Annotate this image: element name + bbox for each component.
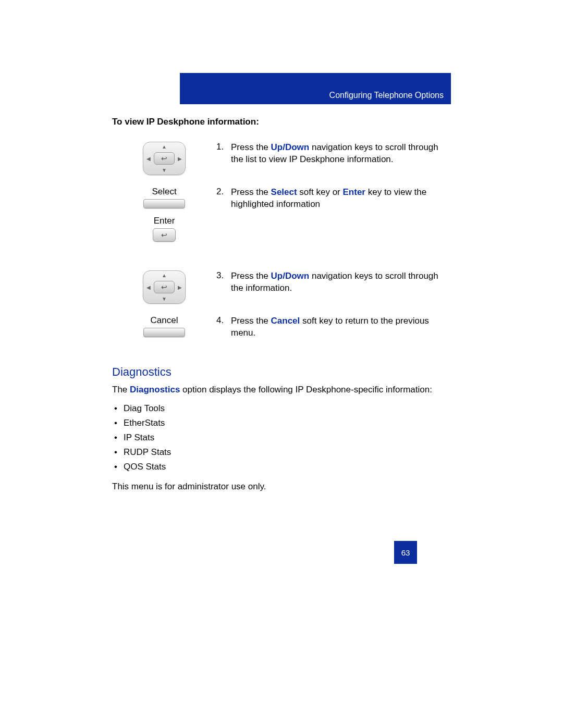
step-3: ▲ ▼ ◀ ▶ ↩ 3. Press the Up/Down navigatio… <box>112 270 451 304</box>
enter-highlight: Enter <box>343 187 365 197</box>
enter-label: Enter <box>112 216 216 226</box>
arrow-down-icon: ▼ <box>162 296 167 302</box>
header-section-label: Configuring Telephone Options <box>329 91 444 100</box>
list-item: EtherStats <box>124 418 451 428</box>
step-1-icon-col: ▲ ▼ ◀ ▶ ↩ <box>112 142 216 175</box>
diagnostics-intro: The Diagnostics option displays the foll… <box>112 384 451 396</box>
list-item: IP Stats <box>124 433 451 443</box>
enter-glyph-icon: ↩ <box>161 154 167 163</box>
step-1-body: Press the Up/Down navigation keys to scr… <box>231 142 451 166</box>
section-title: To view IP Deskphone information: <box>112 117 451 127</box>
header-bar: Configuring Telephone Options <box>180 73 451 104</box>
nav-pad-center: ↩ <box>154 152 175 165</box>
nav-pad-icon-2: ▲ ▼ ◀ ▶ ↩ <box>143 270 186 304</box>
step-2: Select Enter ↩ 2. Press the Select soft … <box>112 187 451 242</box>
list-item: RUDP Stats <box>124 447 451 458</box>
up-down-highlight: Up/Down <box>271 142 310 152</box>
step-1-number: 1. <box>216 142 231 166</box>
step-1: ▲ ▼ ◀ ▶ ↩ 1. Press the Up/Down navigatio… <box>112 142 451 175</box>
cancel-highlight: Cancel <box>271 316 300 326</box>
cancel-softkey-icon <box>143 328 185 337</box>
arrow-right-icon: ▶ <box>178 285 182 290</box>
arrow-right-icon: ▶ <box>178 156 182 162</box>
step-3-icon-col: ▲ ▼ ◀ ▶ ↩ <box>112 270 216 304</box>
step-2-number: 2. <box>216 187 231 211</box>
arrow-up-icon: ▲ <box>162 273 167 278</box>
cancel-label: Cancel <box>112 315 216 326</box>
nav-pad-center: ↩ <box>154 281 175 293</box>
step-2-icon-col: Select Enter ↩ <box>112 187 216 242</box>
step-4-text: 4. Press the Cancel soft key to return t… <box>216 315 451 339</box>
step-2-text: 2. Press the Select soft key or Enter ke… <box>216 187 451 211</box>
step-4-icon-col: Cancel <box>112 315 216 337</box>
diagnostics-list: Diag Tools EtherStats IP Stats RUDP Stat… <box>112 403 451 472</box>
step-3-text: 3. Press the Up/Down navigation keys to … <box>216 270 451 294</box>
step-2-body: Press the Select soft key or Enter key t… <box>231 187 451 211</box>
select-label: Select <box>112 187 216 197</box>
step-4-body: Press the Cancel soft key to return to t… <box>231 315 451 339</box>
diagnostics-note: This menu is for administrator use only. <box>112 482 451 492</box>
enter-key-icon: ↩ <box>153 228 176 242</box>
step-1-text: 1. Press the Up/Down navigation keys to … <box>216 142 451 166</box>
arrow-left-icon: ◀ <box>146 156 151 162</box>
diagnostics-heading: Diagnostics <box>112 365 451 379</box>
list-item: QOS Stats <box>124 462 451 472</box>
arrow-up-icon: ▲ <box>162 144 167 150</box>
step-3-number: 3. <box>216 270 231 294</box>
step-4-number: 4. <box>216 315 231 339</box>
list-item: Diag Tools <box>124 403 451 414</box>
step-3-body: Press the Up/Down navigation keys to scr… <box>231 270 451 294</box>
step-4: Cancel 4. Press the Cancel soft key to r… <box>112 315 451 339</box>
select-softkey-icon <box>143 199 185 208</box>
arrow-down-icon: ▼ <box>162 167 167 173</box>
arrow-left-icon: ◀ <box>146 285 151 290</box>
select-highlight: Select <box>271 187 297 197</box>
nav-pad-icon: ▲ ▼ ◀ ▶ ↩ <box>143 142 186 175</box>
page-number-value: 63 <box>401 548 410 557</box>
enter-glyph-icon: ↩ <box>161 283 167 291</box>
page: Configuring Telephone Options To view IP… <box>0 0 563 728</box>
diagnostics-highlight: Diagnostics <box>130 385 180 394</box>
page-number: 63 <box>394 541 417 564</box>
up-down-highlight-2: Up/Down <box>271 271 310 281</box>
